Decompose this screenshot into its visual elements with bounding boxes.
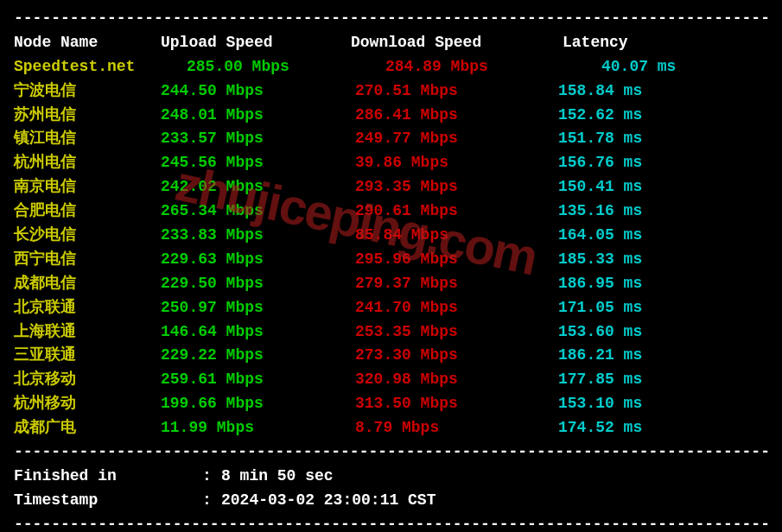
node-name: 长沙电信	[14, 224, 161, 248]
latency-value: 186.21 ms	[558, 344, 642, 368]
node-name: 上海联通	[14, 320, 161, 345]
latency-value: 186.95 ms	[558, 272, 642, 296]
node-name: 苏州电信	[14, 104, 161, 128]
table-header: Node Name Upload Speed Download Speed La…	[14, 31, 768, 55]
divider-bottom: ----------------------------------------…	[14, 513, 768, 532]
latency-value: 153.60 ms	[558, 320, 642, 345]
speedtest-row: Speedtest.net 285.00 Mbps 284.89 Mbps 40…	[14, 55, 768, 79]
speedtest-latency: 40.07 ms	[601, 55, 676, 79]
latency-value: 185.33 ms	[558, 248, 642, 272]
download-speed: 241.70 Mbps	[355, 296, 558, 320]
footer-finished: Finished in : 8 min 50 sec	[14, 465, 768, 489]
table-row: 西宁电信229.63 Mbps295.96 Mbps185.33 ms	[14, 248, 768, 272]
node-name: 宁波电信	[14, 79, 161, 104]
download-speed: 85.84 Mbps	[355, 224, 558, 248]
download-speed: 286.41 Mbps	[355, 104, 558, 128]
upload-speed: 259.61 Mbps	[161, 368, 355, 392]
node-name: 成都广电	[14, 416, 161, 440]
table-row: 苏州电信248.01 Mbps286.41 Mbps152.62 ms	[14, 104, 768, 128]
upload-speed: 248.01 Mbps	[161, 104, 355, 128]
download-speed: 320.98 Mbps	[355, 368, 558, 392]
table-row: 三亚联通229.22 Mbps273.30 Mbps186.21 ms	[14, 344, 768, 368]
download-speed: 273.30 Mbps	[355, 344, 558, 368]
latency-value: 177.85 ms	[558, 368, 642, 392]
speedtest-download: 284.89 Mbps	[385, 55, 601, 79]
table-row: 长沙电信233.83 Mbps85.84 Mbps164.05 ms	[14, 224, 768, 248]
download-speed: 295.96 Mbps	[355, 248, 558, 272]
node-name: 杭州移动	[14, 392, 161, 416]
table-row: 南京电信242.02 Mbps293.35 Mbps150.41 ms	[14, 175, 768, 200]
node-name: 西宁电信	[14, 248, 161, 272]
node-name: 南京电信	[14, 175, 161, 200]
table-row: 合肥电信265.34 Mbps290.61 Mbps135.16 ms	[14, 200, 768, 224]
table-row: 上海联通146.64 Mbps253.35 Mbps153.60 ms	[14, 320, 768, 345]
table-row: 北京联通250.97 Mbps241.70 Mbps171.05 ms	[14, 296, 768, 320]
upload-speed: 11.99 Mbps	[161, 416, 355, 440]
upload-speed: 233.83 Mbps	[161, 224, 355, 248]
upload-speed: 265.34 Mbps	[161, 200, 355, 224]
header-latency: Latency	[563, 31, 628, 55]
header-node: Node Name	[14, 31, 161, 55]
node-name: 北京移动	[14, 368, 161, 392]
node-name: 镇江电信	[14, 127, 161, 151]
finished-colon: :	[202, 465, 221, 489]
table-row: 镇江电信233.57 Mbps249.77 Mbps151.78 ms	[14, 127, 768, 151]
timestamp-value: 2024-03-02 23:00:11 CST	[221, 489, 436, 513]
latency-value: 151.78 ms	[558, 127, 642, 151]
upload-speed: 244.50 Mbps	[161, 79, 355, 104]
download-speed: 39.86 Mbps	[355, 151, 558, 175]
upload-speed: 229.63 Mbps	[161, 248, 355, 272]
node-name: 三亚联通	[14, 344, 161, 368]
latency-value: 158.84 ms	[558, 79, 642, 104]
finished-value: 8 min 50 sec	[221, 465, 334, 489]
finished-label: Finished in	[14, 465, 202, 489]
upload-speed: 146.64 Mbps	[161, 320, 355, 345]
download-speed: 249.77 Mbps	[355, 127, 558, 151]
divider-top: ----------------------------------------…	[14, 7, 768, 31]
table-row: 成都广电11.99 Mbps8.79 Mbps174.52 ms	[14, 416, 768, 440]
download-speed: 8.79 Mbps	[355, 416, 558, 440]
header-upload: Upload Speed	[161, 31, 351, 55]
table-row: 杭州移动199.66 Mbps313.50 Mbps153.10 ms	[14, 392, 768, 416]
node-name: 北京联通	[14, 296, 161, 320]
upload-speed: 250.97 Mbps	[161, 296, 355, 320]
download-speed: 253.35 Mbps	[355, 320, 558, 345]
latency-value: 171.05 ms	[558, 296, 642, 320]
latency-value: 174.52 ms	[558, 416, 642, 440]
upload-speed: 242.02 Mbps	[161, 175, 355, 200]
upload-speed: 229.50 Mbps	[161, 272, 355, 296]
node-name: 合肥电信	[14, 200, 161, 224]
table-row: 宁波电信244.50 Mbps270.51 Mbps158.84 ms	[14, 79, 768, 104]
timestamp-label: Timestamp	[14, 489, 202, 513]
latency-value: 152.62 ms	[558, 104, 642, 128]
table-row: 杭州电信245.56 Mbps39.86 Mbps156.76 ms	[14, 151, 768, 175]
download-speed: 290.61 Mbps	[355, 200, 558, 224]
speedtest-upload: 285.00 Mbps	[187, 55, 385, 79]
upload-speed: 199.66 Mbps	[161, 392, 355, 416]
table-row: 北京移动259.61 Mbps320.98 Mbps177.85 ms	[14, 368, 768, 392]
footer-timestamp: Timestamp : 2024-03-02 23:00:11 CST	[14, 489, 768, 513]
download-speed: 293.35 Mbps	[355, 175, 558, 200]
node-name: 成都电信	[14, 272, 161, 296]
upload-speed: 245.56 Mbps	[161, 151, 355, 175]
download-speed: 279.37 Mbps	[355, 272, 558, 296]
latency-value: 156.76 ms	[558, 151, 642, 175]
upload-speed: 229.22 Mbps	[161, 344, 355, 368]
upload-speed: 233.57 Mbps	[161, 127, 355, 151]
node-name: 杭州电信	[14, 151, 161, 175]
latency-value: 135.16 ms	[558, 200, 642, 224]
download-speed: 313.50 Mbps	[355, 392, 558, 416]
latency-value: 150.41 ms	[558, 175, 642, 200]
speedtest-name: Speedtest.net	[14, 55, 187, 79]
download-speed: 270.51 Mbps	[355, 79, 558, 104]
timestamp-colon: :	[202, 489, 221, 513]
latency-value: 164.05 ms	[558, 224, 642, 248]
divider-middle: ----------------------------------------…	[14, 440, 768, 465]
header-download: Download Speed	[351, 31, 563, 55]
table-row: 成都电信229.50 Mbps279.37 Mbps186.95 ms	[14, 272, 768, 296]
latency-value: 153.10 ms	[558, 392, 642, 416]
